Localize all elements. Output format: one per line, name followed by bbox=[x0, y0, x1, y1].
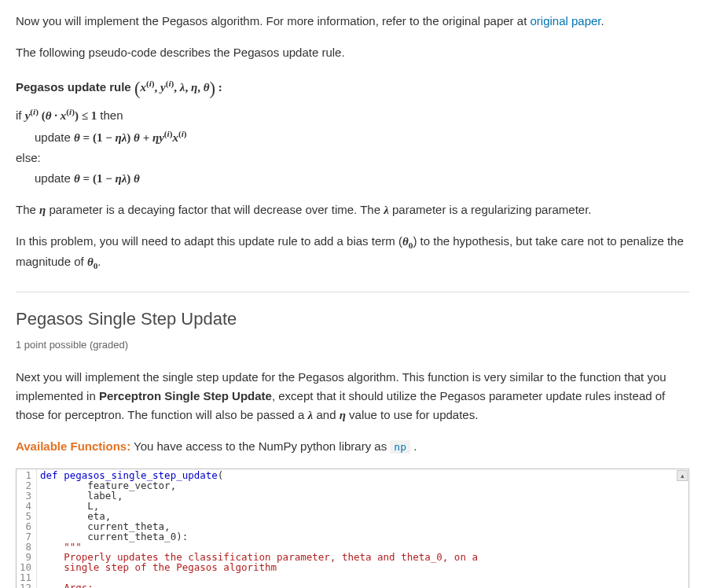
explain-paragraph-2: In this problem, you will need to adapt … bbox=[16, 232, 689, 273]
original-paper-link[interactable]: original paper bbox=[530, 14, 600, 28]
pegasos-update-rule-block: Pegasos update rule (x(i), y(i), λ, η, θ… bbox=[16, 75, 689, 188]
rule-args: x(i), y(i), λ, η, θ bbox=[140, 81, 209, 94]
code-line: Args: bbox=[40, 582, 684, 588]
explain-paragraph-1: The η parameter is a decaying factor tha… bbox=[16, 200, 689, 219]
intro-text-1a: Now you will implement the Pegasos algor… bbox=[16, 14, 530, 28]
code-line: feature_vector, bbox=[40, 480, 684, 491]
line-number: 12 bbox=[20, 582, 31, 588]
rule-else: else: bbox=[16, 149, 689, 167]
rule-if-cond: y(i) (θ · x(i)) ≤ 1 bbox=[25, 109, 97, 122]
intro-paragraph-2: The following pseudo-code describes the … bbox=[16, 43, 689, 62]
rule-title-label: Pegasos update rule bbox=[16, 80, 131, 94]
code-editor[interactable]: ▴ ▾ 12345678910111213141516 def pegasos_… bbox=[16, 469, 689, 588]
intro-text-1b: . bbox=[601, 14, 604, 28]
intro-paragraph-1: Now you will implement the Pegasos algor… bbox=[16, 12, 689, 31]
rule-update-a-body: θ = (1 − ηλ) θ + ηy(i)x(i) bbox=[74, 131, 187, 144]
code-line: L, bbox=[40, 501, 684, 511]
available-functions-label: Available Functions: bbox=[16, 439, 130, 453]
rule-update-a: update θ = (1 − ηλ) θ + ηy(i)x(i) bbox=[16, 127, 689, 147]
available-functions: Available Functions: You have access to … bbox=[16, 437, 689, 456]
code-line: single step of the Pegasos algorithm bbox=[40, 562, 684, 572]
scroll-up-icon[interactable]: ▴ bbox=[677, 470, 688, 481]
rule-if-line: if y(i) (θ · x(i)) ≤ 1 then bbox=[16, 105, 689, 125]
rule-update-b: update θ = (1 − ηλ) θ bbox=[16, 169, 689, 188]
points-possible: 1 point possible (graded) bbox=[16, 337, 689, 354]
rule-colon: : bbox=[215, 81, 222, 94]
theta0-symbol-a: θ0 bbox=[402, 235, 413, 248]
code-gutter: 12345678910111213141516 bbox=[17, 469, 37, 588]
code-line: label, bbox=[40, 491, 684, 501]
divider bbox=[16, 292, 689, 292]
section-paragraph: Next you will implement the single step … bbox=[16, 368, 689, 424]
theta0-symbol-b: θ0 bbox=[87, 255, 97, 268]
code-body[interactable]: def pegasos_single_step_update( feature_… bbox=[37, 469, 688, 588]
np-code: np bbox=[390, 440, 410, 454]
code-line bbox=[40, 572, 684, 582]
rule-title: Pegasos update rule (x(i), y(i), λ, η, θ… bbox=[16, 75, 689, 103]
perceptron-ref: Perceptron Single Step Update bbox=[99, 389, 272, 402]
section-title: Pegasos Single Step Update bbox=[16, 305, 689, 333]
rparen-icon: ) bbox=[210, 79, 216, 98]
code-line: current_theta_0): bbox=[40, 531, 684, 542]
rule-update-b-body: θ = (1 − ηλ) θ bbox=[74, 172, 140, 185]
eta-symbol: η bbox=[39, 204, 46, 216]
lambda-symbol: λ bbox=[384, 204, 389, 216]
